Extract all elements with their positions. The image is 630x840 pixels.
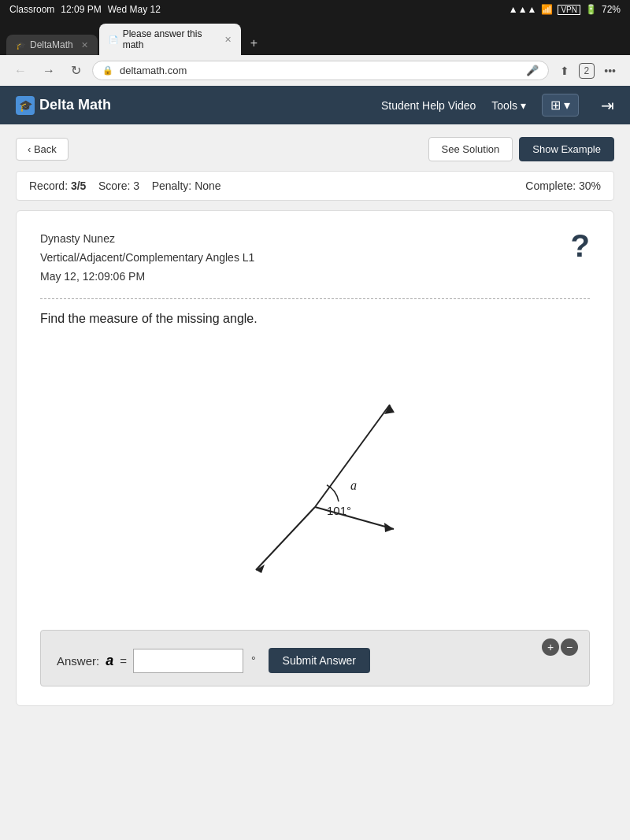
tab-deltamath-label: DeltaMath — [30, 39, 73, 50]
logo-icon: 🎓 — [16, 96, 35, 115]
tools-label: Tools — [491, 99, 517, 112]
record-bar: Record: 3/5 Score: 3 Penalty: None Compl… — [16, 171, 614, 201]
back-label: ‹ Back — [28, 143, 57, 155]
calc-icon: ⊞ — [550, 98, 561, 113]
classroom-label: Classroom — [9, 4, 54, 15]
deltamath-header: 🎓 Delta Math Student Help Video Tools ▾ … — [0, 86, 630, 124]
problem-header: Dynasty Nunez Vertical/Adjacent/Compleme… — [40, 230, 590, 286]
signal-icon: ▲▲▲ — [509, 4, 537, 15]
show-example-button[interactable]: Show Example — [519, 137, 614, 161]
record-value: 3/5 — [71, 179, 86, 192]
svg-text:a: a — [350, 479, 357, 492]
reload-button[interactable]: ↻ — [66, 60, 86, 81]
see-solution-button[interactable]: See Solution — [428, 137, 513, 161]
action-buttons: See Solution Show Example — [428, 137, 614, 161]
problem-card: Dynasty Nunez Vertical/Adjacent/Compleme… — [16, 210, 614, 706]
tab-count-badge[interactable]: 2 — [579, 63, 595, 79]
calculator-button[interactable]: ⊞ ▾ — [542, 94, 579, 117]
score-label: Score: — [98, 179, 130, 192]
complete-info: Complete: 30% — [525, 179, 601, 192]
toolbar-row: ‹ Back See Solution Show Example — [16, 137, 614, 161]
complete-label: Complete: — [525, 179, 576, 192]
vpn-icon: VPN — [558, 5, 580, 15]
tools-menu[interactable]: Tools ▾ — [491, 99, 526, 112]
score-value: 3 — [133, 179, 139, 192]
see-solution-label: See Solution — [442, 143, 500, 155]
divider — [40, 298, 590, 299]
zoom-controls: + − — [542, 638, 578, 656]
address-bar[interactable]: 🔒 deltamath.com 🎤 — [92, 61, 549, 80]
main-content: ‹ Back See Solution Show Example Record:… — [0, 124, 630, 754]
answer-equals: = — [120, 654, 127, 668]
nav-bar: ← → ↻ 🔒 deltamath.com 🎤 ⬆ 2 ••• — [0, 55, 630, 86]
svg-marker-5 — [384, 523, 394, 532]
complete-value: 30% — [579, 179, 601, 192]
tab-deltamath-close[interactable]: ✕ — [81, 40, 88, 50]
problem-instructions: Find the measure of the missing angle. — [40, 312, 590, 326]
student-info: Dynasty Nunez Vertical/Adjacent/Compleme… — [40, 230, 254, 286]
lock-icon: 🔒 — [102, 65, 113, 76]
answer-input[interactable] — [133, 649, 243, 673]
battery-icon: 🔋 — [585, 4, 597, 15]
share-button[interactable]: ⬆ — [555, 61, 574, 80]
help-icon[interactable]: ? — [571, 230, 590, 261]
tab-please-math[interactable]: 📄 Please answer this math ✕ — [99, 24, 241, 55]
tab-please-label: Please answer this math — [123, 28, 217, 50]
more-button[interactable]: ••• — [599, 61, 621, 80]
tab-deltamath-icon: 🎓 — [16, 41, 25, 50]
assignment-name: Vertical/Adjacent/Complementary Angles L… — [40, 249, 254, 268]
tab-deltamath[interactable]: 🎓 DeltaMath ✕ — [6, 35, 98, 55]
tab-please-close[interactable]: ✕ — [224, 35, 232, 45]
tab-bar: 🎓 DeltaMath ✕ 📄 Please answer this math … — [0, 19, 630, 55]
submit-answer-button[interactable]: Submit Answer — [269, 648, 370, 673]
mic-icon: 🎤 — [526, 65, 539, 76]
status-bar: Classroom 12:09 PM Wed May 12 ▲▲▲ 📶 VPN … — [0, 0, 630, 19]
date-label: Wed May 12 — [108, 4, 161, 15]
back-button[interactable]: ‹ Back — [16, 138, 69, 161]
battery-level: 72% — [602, 4, 621, 15]
back-nav-button[interactable]: ← — [9, 61, 32, 81]
penalty-label: Penalty: — [152, 179, 192, 192]
angle-svg: a 101° — [205, 357, 425, 594]
tab-please-icon: 📄 — [109, 35, 118, 44]
answer-row: Answer: a = ° Submit Answer — [57, 648, 573, 673]
degree-symbol: ° — [251, 654, 256, 667]
angle-diagram: a 101° — [40, 342, 590, 617]
status-left: Classroom 12:09 PM Wed May 12 — [9, 4, 161, 15]
calc-arrow: ▾ — [564, 98, 570, 113]
svg-line-2 — [256, 507, 315, 570]
exit-button[interactable]: ⇥ — [601, 96, 614, 115]
show-example-label: Show Example — [532, 143, 601, 155]
zoom-in-button[interactable]: + — [542, 638, 559, 656]
time-label: 12:09 PM — [61, 4, 101, 15]
submit-label: Submit Answer — [283, 654, 356, 667]
nav-actions: ⬆ 2 ••• — [555, 61, 621, 80]
timestamp: May 12, 12:09:06 PM — [40, 268, 254, 287]
record-info: Record: 3/5 Score: 3 Penalty: None — [29, 179, 221, 192]
url-text: deltamath.com — [120, 65, 520, 76]
answer-variable: a — [106, 653, 113, 669]
answer-section: + − Answer: a = ° Submit Answer — [40, 630, 590, 686]
answer-label: Answer: — [57, 654, 99, 668]
tools-arrow: ▾ — [521, 99, 526, 112]
new-tab-button[interactable]: + — [243, 31, 265, 55]
logo-text: Delta Math — [39, 97, 111, 113]
deltamath-logo: 🎓 Delta Math — [16, 96, 111, 115]
student-name: Dynasty Nunez — [40, 230, 254, 249]
zoom-out-button[interactable]: − — [561, 638, 578, 656]
record-label: Record: — [29, 179, 68, 192]
svg-text:101°: 101° — [327, 504, 351, 517]
forward-nav-button[interactable]: → — [38, 61, 60, 81]
penalty-value: None — [195, 179, 220, 192]
wifi-icon: 📶 — [541, 4, 553, 15]
student-help-video-link[interactable]: Student Help Video — [381, 99, 476, 112]
status-right: ▲▲▲ 📶 VPN 🔋 72% — [509, 4, 621, 15]
